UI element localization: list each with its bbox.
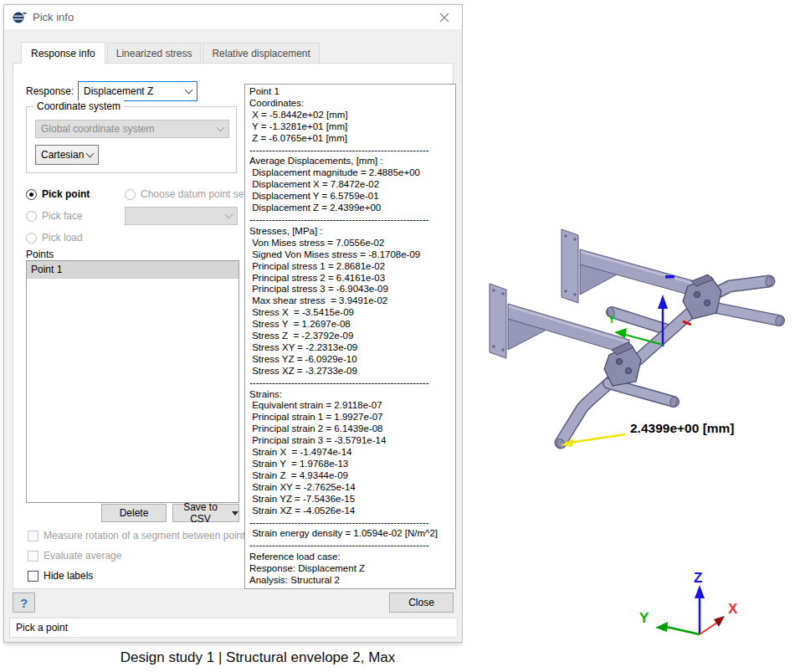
chevron-down-icon (185, 85, 193, 94)
radio-pick-face: Pick face (26, 210, 83, 222)
coordinate-type-select[interactable]: Cartesian (35, 145, 99, 165)
save-to-csv-button[interactable]: Save to CSV (172, 504, 239, 522)
report-line: Strain YZ = -7.5436e-15 (249, 494, 455, 505)
radio-icon (26, 211, 37, 222)
radio-icon (125, 189, 136, 200)
report-line: Analysis: Structural 2 (249, 575, 455, 587)
displacement-annotation-group: 2.4399e+00 [mm] (561, 421, 735, 447)
app-icon (13, 11, 27, 24)
report-line: Displacement Z = 2.4399e+00 (249, 203, 455, 214)
report-line: Strain X = -1.4974e-14 (249, 447, 455, 459)
report-line: ----------------------------------------… (249, 517, 455, 529)
points-list[interactable]: Point 1 (26, 260, 239, 503)
screen: { "window": { "title": "Pick info" }, "t… (0, 0, 800, 672)
report-line: Principal strain 2 = 6.1439e-08 (249, 423, 455, 435)
report-line: Response: Displacement Z (249, 563, 455, 575)
help-button[interactable]: ? (13, 592, 35, 613)
report-line: Displacement magnitude = 2.4885e+00 (249, 167, 455, 179)
radio-pick-load-label: Pick load (42, 232, 83, 244)
report-line: Principal stress 1 = 2.8681e-02 (249, 261, 455, 273)
close-button[interactable]: Close (389, 592, 454, 613)
save-to-csv-label: Save to CSV (173, 501, 228, 525)
model-axis-y-label: Y (608, 314, 615, 326)
checkbox-evaluate-average: Evaluate average (28, 550, 121, 562)
coordinate-system-group: Coordinate system Global coordinate syst… (26, 106, 237, 173)
title-bar[interactable]: Pick info (4, 5, 462, 30)
report-line: Strains: (249, 389, 455, 401)
triad-y-label: Y (639, 610, 649, 626)
report-line: Displacement Y = 6.5759e-01 (249, 191, 455, 203)
report-line: Strain XY = -2.7625e-14 (249, 482, 455, 494)
status-bar: Pick a point (9, 618, 458, 638)
chevron-down-icon (86, 149, 95, 157)
handle-tube-right (708, 306, 783, 326)
response-select[interactable]: Displacement Z (78, 81, 197, 101)
chevron-down-icon (225, 210, 233, 218)
checkbox-measure-rotation: Measure rotation of a segment between po… (28, 530, 250, 541)
checkbox-icon (28, 531, 38, 541)
radio-pick-face-label: Pick face (42, 210, 83, 222)
handle-tube-rear (606, 306, 670, 331)
report-line: Displacement X = 7.8472e-02 (249, 179, 455, 191)
report-line: Y = -1.3281e+01 [mm] (249, 121, 455, 133)
study-caption: Design study 1 | Structural envelope 2, … (25, 649, 490, 666)
report-line: Von Mises stress = 7.0556e-02 (249, 238, 455, 249)
report-line: X = -5.8442e+02 [mm] (249, 110, 455, 121)
report-line: Equivalent strain = 2.9118e-07 (249, 400, 455, 412)
radio-pick-load: Pick load (26, 232, 83, 244)
evaluate-average-label: Evaluate average (44, 550, 121, 562)
dropdown-arrow-icon (232, 511, 238, 516)
radio-choose-datum: Choose datum point set (125, 188, 247, 200)
delete-button-label: Delete (120, 507, 149, 519)
datum-point-set-select (125, 207, 238, 225)
checkbox-hide-labels[interactable]: Hide labels (28, 570, 93, 582)
displacement-annotation: 2.4399e+00 [mm] (630, 421, 735, 435)
radio-pick-point[interactable]: Pick point (26, 188, 90, 200)
radio-pick-point-label: Pick point (42, 188, 90, 200)
report-line: Principal stress 2 = 6.4161e-03 (249, 273, 455, 285)
report-line: Coordinates: (249, 98, 455, 110)
handle-tube-front (608, 383, 678, 408)
triad-x-label: X (728, 601, 738, 617)
checkbox-icon (28, 571, 38, 582)
report-line: Stress XZ = -3.2733e-09 (249, 366, 455, 377)
close-icon[interactable] (435, 9, 454, 26)
radio-selected-icon (26, 189, 37, 200)
report-line: Reference load case: (249, 551, 455, 563)
report-line: Strain XZ = -4.0526e-14 (249, 505, 455, 517)
report-line: Stress Y = 1.2697e-08 (249, 319, 455, 331)
report-line: Principal strain 1 = 1.9927e-07 (249, 412, 455, 423)
report-line: Stress YZ = -6.0929e-10 (249, 354, 455, 366)
coordinate-system-value: Global coordinate system (41, 123, 218, 135)
report-line: ----------------------------------------… (249, 540, 455, 551)
close-button-label: Close (408, 597, 434, 608)
response-report-panel[interactable]: Point 1Coordinates: X = -5.8442e+02 [mm]… (244, 84, 456, 589)
report-line: Stress XY = -2.2313e-09 (249, 342, 455, 354)
model-axis-z-hidden-label (665, 275, 674, 279)
chevron-down-icon (217, 123, 225, 131)
triad-z-label: Z (694, 570, 702, 586)
report-line: ----------------------------------------… (249, 377, 455, 389)
window-title: Pick info (33, 11, 74, 23)
model-viewport[interactable]: Y 2.4399e+00 [mm] Z Y X (463, 0, 800, 672)
tab-relative-displacement[interactable]: Relative displacement (203, 43, 319, 63)
tab-linearized-stress[interactable]: Linearized stress (107, 43, 202, 63)
radio-choose-datum-label: Choose datum point set (141, 188, 247, 200)
report-line: ----------------------------------------… (249, 214, 455, 226)
delete-button[interactable]: Delete (101, 504, 167, 522)
view-triad: Z Y X (639, 570, 738, 634)
points-list-item[interactable]: Point 1 (27, 261, 238, 279)
radio-icon (26, 233, 37, 244)
report-line: Point 1 (249, 86, 455, 98)
tab-response-info[interactable]: Response info (21, 42, 105, 64)
pick-info-dialog: Pick info Response info Linearized stres… (3, 4, 463, 643)
tab-content-pane: Response: Displacement Z Coordinate syst… (13, 63, 454, 589)
tab-bar: Response info Linearized stress Relative… (21, 42, 321, 63)
report-line: Principal strain 3 = -3.5791e-14 (249, 435, 455, 447)
help-button-label: ? (20, 596, 28, 610)
report-line: ----------------------------------------… (249, 145, 455, 156)
measure-rotation-label: Measure rotation of a segment between po… (44, 530, 250, 541)
response-label: Response: (26, 85, 74, 97)
report-line: Stress X = -3.5415e-09 (249, 307, 455, 319)
triad-axis-y (666, 627, 700, 634)
